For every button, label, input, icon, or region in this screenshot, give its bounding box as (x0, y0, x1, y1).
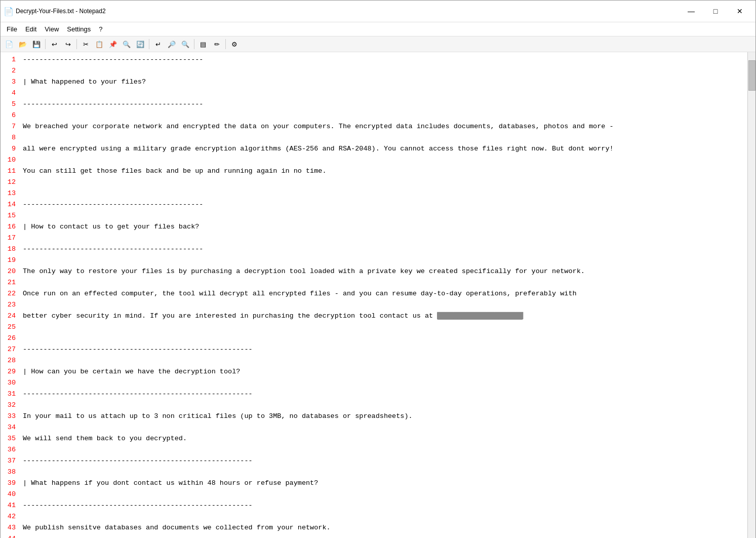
new-button[interactable]: 📄 (3, 38, 16, 50)
redacted-email: █████████████████████ (437, 312, 523, 320)
open-button[interactable]: 📂 (16, 38, 29, 50)
menu-file[interactable]: File (3, 23, 21, 35)
replace-button[interactable]: 🔄 (134, 38, 147, 50)
minimize-button[interactable]: — (680, 4, 703, 19)
redo-button[interactable]: ↪ (61, 38, 74, 50)
title-bar: 📄 Decrypt-Your-Files.txt - Notepad2 — □ … (1, 1, 755, 22)
toolbar-separator-2 (76, 39, 77, 49)
app-icon: 📄 (5, 7, 13, 15)
paste-button[interactable]: 📌 (106, 38, 120, 50)
find-button[interactable]: 🔍 (120, 38, 133, 50)
extra-button-1[interactable]: ▤ (196, 38, 210, 50)
menu-edit[interactable]: Edit (21, 23, 41, 35)
window-title: Decrypt-Your-Files.txt - Notepad2 (16, 8, 680, 15)
toolbar-separator-5 (225, 39, 226, 49)
toolbar-separator-1 (45, 39, 46, 49)
cut-button[interactable]: ✂ (79, 38, 92, 50)
menu-settings[interactable]: Settings (63, 23, 95, 35)
main-window: 📄 Decrypt-Your-Files.txt - Notepad2 — □ … (0, 0, 756, 538)
editor-content[interactable]: ----------------------------------------… (19, 52, 747, 538)
zoom-in-button[interactable]: 🔎 (165, 38, 178, 50)
close-button[interactable]: ✕ (728, 4, 751, 19)
zoom-out-button[interactable]: 🔍 (179, 38, 192, 50)
menu-help[interactable]: ? (95, 23, 106, 35)
extra-button-2[interactable]: ✏ (210, 38, 223, 50)
line-numbers: 1 2 3 4 5 6 7 8 9 10 11 12 13 14 15 16 1… (1, 52, 19, 538)
toolbar-separator-4 (194, 39, 194, 49)
undo-button[interactable]: ↩ (48, 38, 61, 50)
window-controls: — □ ✕ (680, 4, 751, 19)
scrollbar-thumb[interactable] (748, 60, 755, 91)
maximize-button[interactable]: □ (704, 4, 727, 19)
editor-container: 1 2 3 4 5 6 7 8 9 10 11 12 13 14 15 16 1… (1, 52, 755, 538)
vertical-scrollbar[interactable] (747, 52, 755, 538)
extra-button-3[interactable]: ⚙ (228, 38, 241, 50)
save-button[interactable]: 💾 (30, 38, 43, 50)
copy-button[interactable]: 📋 (93, 38, 106, 50)
toolbar-separator-3 (149, 39, 149, 49)
menu-bar: File Edit View Settings ? (1, 22, 755, 36)
wordwrap-button[interactable]: ↵ (151, 38, 165, 50)
toolbar: 📄 📂 💾 ↩ ↪ ✂ 📋 📌 🔍 🔄 ↵ 🔎 🔍 ▤ ✏ ⚙ (1, 36, 755, 52)
menu-view[interactable]: View (41, 23, 63, 35)
